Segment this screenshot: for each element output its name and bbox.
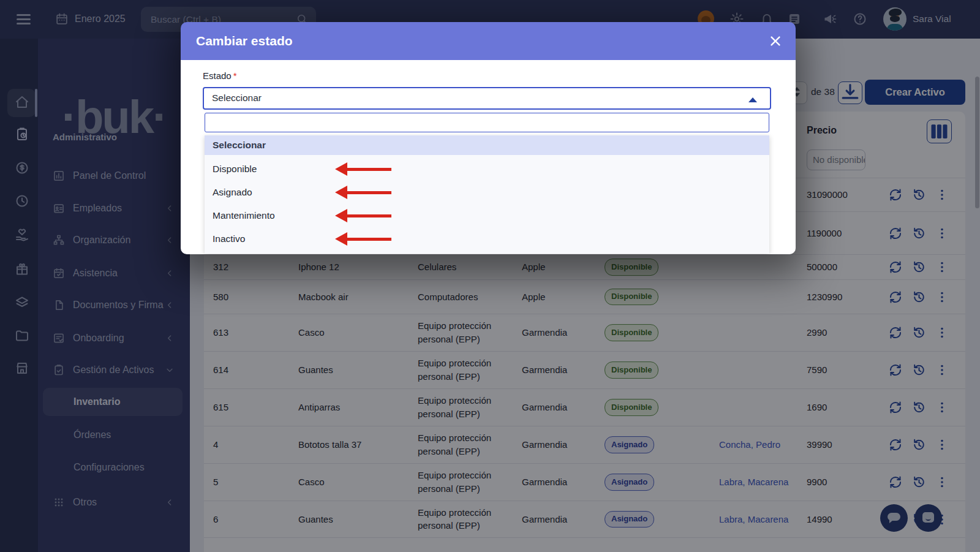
option-label: Disponible [213, 164, 257, 175]
option-inactivo[interactable]: Inactivo [205, 227, 769, 251]
dropdown-search-input[interactable] [205, 113, 769, 132]
estado-select-value: Seleccionar [212, 93, 262, 104]
required-asterisk: * [233, 70, 237, 81]
estado-select[interactable]: Seleccionar [203, 87, 771, 110]
red-arrow-annotation [335, 186, 391, 199]
option-label: Mantenimiento [213, 210, 275, 221]
modal-title: Cambiar estado [196, 34, 293, 48]
red-arrow-annotation [335, 162, 391, 176]
option-label: Seleccionar [213, 140, 266, 151]
modal-body: Estado* Seleccionar SeleccionarDisponibl… [181, 60, 796, 254]
app-root: Enero 2025 Sara Vial ·buk· Administrativ… [0, 0, 980, 552]
caret-up-icon [748, 97, 757, 102]
option-disponible[interactable]: Disponible [205, 157, 769, 181]
option-asignado[interactable]: Asignado [205, 181, 769, 204]
red-arrow-annotation [335, 232, 391, 246]
option-label: Asignado [213, 187, 252, 198]
dropdown-option-list: SeleccionarDisponibleAsignadoMantenimien… [205, 135, 769, 254]
close-icon[interactable] [769, 34, 782, 48]
option-seleccionar[interactable]: Seleccionar [205, 135, 769, 155]
red-arrow-annotation [335, 209, 391, 222]
option-label: Inactivo [213, 233, 245, 244]
option-mantenimiento[interactable]: Mantenimiento [205, 204, 769, 227]
estado-field-label: Estado* [203, 70, 771, 80]
change-status-modal: Cambiar estado Estado* Seleccionar Selec… [181, 22, 796, 254]
modal-header: Cambiar estado [181, 22, 796, 60]
